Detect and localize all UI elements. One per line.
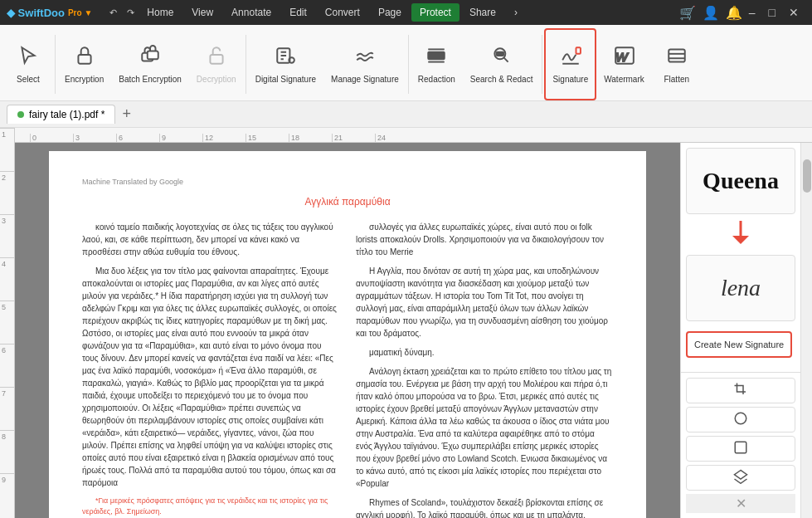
flatten-label: Flatten (664, 75, 689, 85)
menu-annotate[interactable]: Annotate (223, 3, 280, 22)
signature-label: Signature (552, 75, 588, 85)
menu-page[interactable]: Page (370, 3, 410, 22)
svg-text:W: W (615, 49, 629, 63)
translated-label: Machine Translated by Google (82, 176, 613, 188)
watermark-icon: W (614, 45, 635, 71)
system-controls[interactable]: ↶ ↷ (105, 6, 139, 20)
menu-home[interactable]: Home (139, 3, 182, 22)
sep4 (542, 35, 542, 94)
watermark-label: Watermark (604, 75, 644, 85)
document-page: Machine Translated by Google Αγγλικά παρ… (49, 151, 646, 518)
menu-convert[interactable]: Convert (317, 3, 368, 22)
menu-protect[interactable]: Protect (411, 3, 459, 22)
doc-para-r3: μαματική δύναμη. (356, 346, 613, 359)
pen-cert-icon (275, 45, 296, 71)
toolbar-digital-signature[interactable]: Digital Signature (248, 28, 323, 100)
toolbar: Select Encryption Batch Encryption (0, 25, 812, 101)
signature-text-queen: Queena (703, 168, 779, 194)
content-wrapper: 0 3 6 9 12 15 18 21 24 Machine Translate… (15, 128, 812, 518)
main-area: 1 2 3 4 5 6 7 8 9 0 3 6 9 12 15 18 21 24… (0, 128, 812, 518)
svg-rect-0 (78, 54, 90, 63)
flatten-icon (666, 45, 688, 71)
menu-share[interactable]: Share (461, 3, 504, 22)
toolbar-decryption[interactable]: Decryption (189, 28, 244, 100)
svg-rect-6 (429, 51, 445, 59)
toolbar-encryption[interactable]: Encryption (57, 28, 111, 100)
panel-tools: ✕ (681, 372, 800, 518)
circle-tool-button[interactable] (686, 407, 795, 432)
crop-tool-button[interactable] (686, 378, 795, 403)
doc-para-r5: Rhymes of Scoland», τουλάχιστον δεκαέξι … (356, 496, 613, 518)
doc-para-r1: συλλογές για άλλες ευρωπαϊκές χώρες, είν… (356, 221, 613, 258)
signature-list: Queena lena Create New Signature (681, 143, 800, 372)
cart-icon[interactable]: 🛒 (679, 5, 696, 21)
bell-icon[interactable]: 🔔 (726, 5, 742, 21)
lock-icon (74, 45, 95, 71)
menu-view[interactable]: View (183, 3, 221, 22)
redaction-label: Redaction (418, 75, 455, 85)
toolbar-manage-signature[interactable]: Manage Signature (323, 28, 406, 100)
maximize-button[interactable]: □ (762, 0, 782, 25)
toolbar-search-redact[interactable]: Search & Redact (463, 28, 541, 100)
encryption-label: Encryption (65, 75, 104, 85)
tab-filename: fairy tale (1).pdf * (29, 109, 105, 120)
svg-marker-18 (732, 236, 749, 244)
doc-col-left: κοινό ταμείο παιδικής λογοτεχνίας σε όλε… (82, 221, 339, 518)
digital-signature-label: Digital Signature (255, 75, 316, 85)
document-tab[interactable]: fairy tale (1).pdf * (7, 105, 115, 124)
document-columns: κοινό ταμείο παιδικής λογοτεχνίας σε όλε… (82, 221, 613, 518)
sep3 (408, 35, 409, 94)
svg-rect-2 (148, 51, 158, 59)
arrow-indicator (681, 219, 800, 250)
vertical-ruler: 1 2 3 4 5 6 7 8 9 (0, 128, 15, 518)
user-icon[interactable]: 👤 (703, 5, 719, 21)
document-scroll[interactable]: Machine Translated by Google Αγγλικά παρ… (15, 143, 680, 518)
toolbar-redaction[interactable]: Redaction (411, 28, 463, 100)
menu-bar[interactable]: Home View Annotate Edit Convert Page Pro… (139, 3, 678, 22)
layers-tool-button[interactable] (686, 465, 795, 491)
toolbar-batch-encryption[interactable]: Batch Encryption (111, 28, 189, 100)
unlock-icon (206, 45, 227, 71)
create-new-signature-button[interactable]: Create New Signature (686, 331, 792, 358)
minimize-button[interactable]: – (742, 0, 762, 25)
toolbar-signature[interactable]: Signature (544, 28, 596, 100)
signature-panel: Queena lena Create New Signature (680, 143, 800, 518)
toolbar-flatten[interactable]: Flatten (652, 28, 702, 100)
toolbar-watermark[interactable]: W Watermark (596, 28, 652, 100)
document-title: Αγγλικά παραμύθια (82, 194, 613, 210)
manage-signature-label: Manage Signature (331, 75, 399, 85)
undo-button[interactable]: ↶ (105, 6, 121, 20)
cursor-icon (17, 45, 39, 71)
menu-more[interactable]: › (506, 3, 526, 22)
app-logo: ◆ SwiftDoo Pro ▼ (7, 7, 92, 19)
doc-col-right: συλλογές για άλλες ευρωπαϊκές χώρες, είν… (356, 221, 613, 518)
app-pro-badge: Pro ▼ (68, 8, 92, 17)
decryption-label: Decryption (197, 75, 236, 85)
search-redact-icon (491, 45, 513, 71)
menu-edit[interactable]: Edit (281, 3, 315, 22)
svg-rect-14 (669, 49, 685, 61)
scroll-thumb[interactable] (803, 159, 811, 193)
toolbar-select[interactable]: Select (3, 28, 53, 100)
batch-lock-icon (139, 45, 161, 71)
select-label: Select (17, 75, 40, 85)
svg-point-19 (735, 413, 746, 424)
signature-text-lena: lena (721, 275, 761, 301)
new-tab-button[interactable]: + (117, 105, 136, 123)
redact-icon (425, 45, 447, 71)
close-button[interactable]: ✕ (782, 0, 805, 25)
doc-para-2: Μια δυο λέξεις για τον τίτλο μας φαίνοντ… (82, 265, 339, 489)
redo-button[interactable]: ↷ (123, 6, 139, 20)
sep1 (55, 35, 56, 94)
window-controls[interactable]: – □ ✕ (742, 0, 805, 25)
rectangle-tool-button[interactable] (686, 436, 795, 462)
tab-modified-indicator (17, 111, 24, 118)
panel-close-button[interactable]: ✕ (686, 494, 795, 513)
app-name: ◆ SwiftDoo (7, 7, 65, 19)
svg-rect-11 (576, 47, 580, 54)
signature-item-lena[interactable]: lena (686, 255, 795, 321)
svg-rect-10 (496, 51, 503, 55)
signature-item-queen[interactable]: Queena (686, 148, 795, 214)
svg-rect-20 (735, 442, 746, 453)
vertical-scrollbar[interactable] (800, 143, 812, 518)
